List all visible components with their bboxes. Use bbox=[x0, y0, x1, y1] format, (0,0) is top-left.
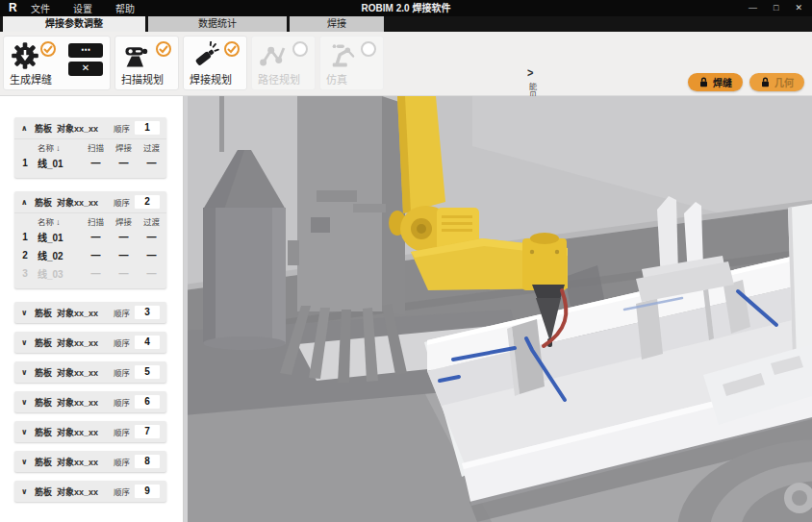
lock-toggle-1[interactable]: 几何 bbox=[749, 73, 804, 91]
checked-badge-icon bbox=[40, 41, 56, 57]
delete-button[interactable]: ✕ bbox=[68, 62, 103, 76]
viewport-3d-scene[interactable] bbox=[184, 96, 812, 522]
order-label: 顺序 bbox=[114, 122, 130, 134]
weld-group-header[interactable]: ∧筋板对象xx_xx顺序2 bbox=[14, 191, 166, 212]
robim-app-window: { "theme": { "accent_orange": "#e8952e",… bbox=[0, 0, 812, 522]
group-type-label: 筋板 bbox=[35, 122, 52, 135]
group-type-label: 筋板 bbox=[35, 196, 52, 209]
lock-toggle-label: 几何 bbox=[774, 75, 794, 89]
scan-value: — bbox=[82, 232, 110, 242]
order-input[interactable]: 5 bbox=[135, 365, 160, 379]
weld-value: — bbox=[110, 250, 138, 261]
order-input[interactable]: 8 bbox=[135, 455, 160, 468]
more-options-button[interactable]: ⋯ bbox=[68, 43, 103, 58]
toolbar-button-label: 仿真 bbox=[326, 71, 347, 87]
group-object-label: 对象xx_xx bbox=[57, 485, 98, 498]
checked-badge-icon bbox=[224, 41, 240, 57]
group-type-label: 筋板 bbox=[35, 336, 52, 349]
menu-item-2[interactable]: 帮助 bbox=[115, 1, 135, 15]
weld-group-card: ∨筋板对象xx_xx顺序9 bbox=[14, 481, 166, 502]
seam-row[interactable]: 1线_01——— bbox=[14, 154, 166, 172]
group-object-label: 对象xx_xx bbox=[57, 122, 98, 135]
trans-value: — bbox=[138, 250, 165, 261]
weld-group-card: ∨筋板对象xx_xx顺序4 bbox=[14, 332, 166, 353]
chevron-down-icon[interactable]: ∨ bbox=[21, 487, 30, 496]
col-trans-header: 过渡 bbox=[138, 141, 165, 153]
group-type-label: 筋板 bbox=[35, 485, 52, 498]
weld-group-card: ∨筋板对象xx_xx顺序8 bbox=[14, 451, 166, 472]
weld-value: — bbox=[110, 158, 138, 168]
order-input[interactable]: 6 bbox=[135, 395, 160, 409]
order-input[interactable]: 9 bbox=[135, 485, 160, 498]
group-object-label: 对象xx_xx bbox=[57, 456, 98, 468]
order-label: 顺序 bbox=[114, 456, 130, 467]
menu-item-0[interactable]: 文件 bbox=[31, 1, 50, 15]
weld-group-header[interactable]: ∨筋板对象xx_xx顺序7 bbox=[14, 421, 166, 442]
chevron-up-icon[interactable]: ∧ bbox=[21, 124, 30, 133]
seam-name: 线_03 bbox=[36, 266, 82, 281]
chevron-down-icon[interactable]: ∨ bbox=[21, 458, 30, 466]
order-input[interactable]: 2 bbox=[135, 195, 160, 209]
scan-value: — bbox=[82, 250, 110, 261]
trans-value: — bbox=[138, 158, 165, 168]
menu-bar: 文件设置帮助 bbox=[31, 0, 135, 16]
trans-value: — bbox=[138, 268, 165, 279]
weld-group-header[interactable]: ∧筋板对象xx_xx顺序1 bbox=[14, 117, 166, 138]
weld-group-header[interactable]: ∨筋板对象xx_xx顺序4 bbox=[14, 332, 166, 353]
group-type-label: 筋板 bbox=[35, 307, 52, 319]
toolbar: ⋯✕生成焊缝 扫描规划 焊接规划 路径规划 仿真 > 能见度 焊缝几何 焊枪激光… bbox=[0, 32, 812, 96]
weld-group-header[interactable]: ∨筋板对象xx_xx顺序9 bbox=[14, 481, 166, 502]
chevron-up-icon[interactable]: ∧ bbox=[21, 198, 30, 207]
chevron-down-icon[interactable]: ∨ bbox=[21, 398, 30, 407]
tab-1[interactable]: 数据统计 bbox=[148, 16, 287, 32]
order-input[interactable]: 4 bbox=[135, 336, 160, 349]
mini-actions: ⋯✕ bbox=[68, 43, 103, 76]
group-object-label: 对象xx_xx bbox=[57, 396, 98, 409]
menu-item-1[interactable]: 设置 bbox=[73, 1, 92, 15]
group-body: 名称 ↓扫描焊接过渡1线_01———2线_02———3线_03——— bbox=[14, 212, 166, 288]
toolbar-button-0[interactable]: ⋯✕生成焊缝 bbox=[3, 36, 111, 90]
weld-group-header[interactable]: ∨筋板对象xx_xx顺序6 bbox=[14, 391, 166, 412]
chevron-down-icon[interactable]: ∨ bbox=[21, 428, 30, 436]
order-input[interactable]: 3 bbox=[135, 306, 160, 319]
lock-icon bbox=[760, 77, 771, 87]
seam-row[interactable]: 3线_03——— bbox=[14, 264, 166, 283]
lock-toggle-row: 焊缝几何 bbox=[688, 73, 804, 91]
order-input[interactable]: 7 bbox=[135, 425, 160, 438]
weld-group-card: ∧筋板对象xx_xx顺序1名称 ↓扫描焊接过渡1线_01——— bbox=[14, 117, 166, 178]
scan-value: — bbox=[82, 268, 110, 279]
tab-bar: 焊接参数调整数据统计焊接 bbox=[0, 16, 812, 32]
group-object-label: 对象xx_xx bbox=[57, 426, 98, 438]
chevron-down-icon[interactable]: ∨ bbox=[21, 338, 30, 347]
close-button[interactable]: ✕ bbox=[795, 0, 802, 16]
unchecked-badge-icon bbox=[292, 41, 308, 57]
tab-2[interactable]: 焊接 bbox=[290, 16, 384, 32]
toolbar-button-2[interactable]: 焊接规划 bbox=[183, 36, 247, 90]
seam-row[interactable]: 2线_02——— bbox=[14, 246, 166, 264]
weld-group-header[interactable]: ∨筋板对象xx_xx顺序5 bbox=[14, 361, 166, 383]
order-input[interactable]: 1 bbox=[135, 121, 160, 135]
scan-planning-icon bbox=[122, 41, 151, 70]
weld-group-header[interactable]: ∨筋板对象xx_xx顺序3 bbox=[14, 302, 166, 323]
toolbar-button-1[interactable]: 扫描规划 bbox=[114, 36, 179, 90]
group-type-label: 筋板 bbox=[35, 366, 52, 379]
panel-collapse-icon[interactable]: > bbox=[527, 65, 533, 79]
toolbar-button-label: 路径规划 bbox=[258, 71, 300, 87]
minimize-button[interactable]: — bbox=[749, 0, 757, 16]
col-weld-header: 焊接 bbox=[110, 215, 138, 227]
chevron-down-icon[interactable]: ∨ bbox=[21, 368, 30, 377]
app-logo-icon: R bbox=[9, 1, 17, 14]
group-body: 名称 ↓扫描焊接过渡1线_01——— bbox=[14, 138, 166, 178]
seam-row[interactable]: 1线_01——— bbox=[14, 228, 166, 246]
group-table-header: 名称 ↓扫描焊接过渡 bbox=[14, 212, 166, 228]
group-type-label: 筋板 bbox=[35, 396, 52, 409]
weld-group-header[interactable]: ∨筋板对象xx_xx顺序8 bbox=[14, 451, 166, 472]
chevron-down-icon[interactable]: ∨ bbox=[21, 309, 30, 317]
tab-0[interactable]: 焊接参数调整 bbox=[3, 16, 145, 32]
toolbar-button-4: 仿真 bbox=[319, 36, 384, 90]
order-label: 顺序 bbox=[114, 366, 130, 378]
order-label: 顺序 bbox=[114, 336, 130, 348]
lock-toggle-0[interactable]: 焊缝 bbox=[688, 73, 743, 91]
maximize-button[interactable]: □ bbox=[774, 0, 778, 16]
group-object-label: 对象xx_xx bbox=[57, 336, 98, 349]
